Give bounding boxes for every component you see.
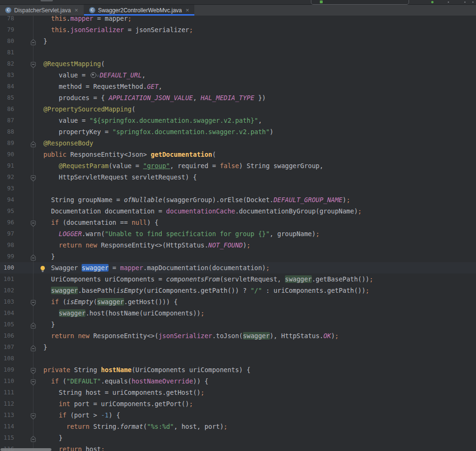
code-line-101[interactable]: 101 UriComponents uriComponents = compon… xyxy=(0,273,476,285)
code-text[interactable]: } xyxy=(0,251,476,262)
code-line-92[interactable]: 92 HttpServletRequest servletRequest) { xyxy=(0,171,476,183)
code-line-86[interactable]: 86@PropertySourcedMapping( xyxy=(0,103,476,115)
status-green-dot[interactable] xyxy=(431,1,434,3)
code-line-113[interactable]: 113 if (port > -1) { xyxy=(0,409,476,421)
code-line-81[interactable]: 81 xyxy=(0,47,476,58)
line-number[interactable]: 91 xyxy=(0,160,14,171)
line-number[interactable]: 111 xyxy=(0,387,14,398)
code-line-94[interactable]: 94 String groupName = ofNullable(swagger… xyxy=(0,194,476,205)
code-line-107[interactable]: 107} xyxy=(0,341,476,353)
line-number[interactable]: 83 xyxy=(0,69,14,81)
code-text[interactable]: } xyxy=(0,432,476,443)
code-text[interactable]: int port = uriComponents.getPort(); xyxy=(0,398,476,409)
close-icon[interactable]: × xyxy=(186,7,190,13)
tab-dispatcherservlet[interactable]: C DispatcherServlet.java × xyxy=(0,5,84,16)
code-line-91[interactable]: 91 @RequestParam(value = "group", requir… xyxy=(0,160,476,171)
code-text[interactable]: } xyxy=(0,341,476,353)
line-number[interactable]: 106 xyxy=(0,330,14,341)
code-text[interactable]: if (isEmpty(swagger.getHost())) { xyxy=(0,296,476,307)
code-line-98[interactable]: 98 return new ResponseEntity<>(HttpStatu… xyxy=(0,239,476,251)
line-number[interactable]: 102 xyxy=(0,285,14,296)
line-number[interactable]: 109 xyxy=(0,364,14,375)
code-text[interactable]: LOGGER.warn("Unable to find specificatio… xyxy=(0,228,476,239)
line-number[interactable]: 86 xyxy=(0,103,14,115)
line-number[interactable]: 88 xyxy=(0,126,14,137)
tab-swagger2controllerwebmvc[interactable]: C Swagger2ControllerWebMvc.java × xyxy=(84,5,194,16)
gray-dot-2[interactable] xyxy=(464,1,466,3)
fold-end-icon[interactable] xyxy=(30,434,37,442)
code-line-89[interactable]: 89@ResponseBody xyxy=(0,137,476,149)
line-number[interactable]: 80 xyxy=(0,35,14,47)
line-number[interactable]: 101 xyxy=(0,273,14,285)
line-number[interactable]: 84 xyxy=(0,81,14,92)
constant-origin-icon[interactable] xyxy=(91,72,96,78)
code-line-99[interactable]: 99 } xyxy=(0,251,476,262)
line-number[interactable]: 113 xyxy=(0,409,14,421)
code-text[interactable]: if (port > -1) { xyxy=(0,409,476,421)
code-text[interactable]: return host; xyxy=(0,443,476,451)
code-line-116[interactable]: 116 return host; xyxy=(0,443,476,451)
code-line-95[interactable]: 95 Documentation documentation = documen… xyxy=(0,205,476,217)
code-text[interactable]: return String.format("%s:%d", host, port… xyxy=(0,421,476,432)
run-config-icon[interactable] xyxy=(320,0,323,3)
code-text[interactable]: } xyxy=(0,319,476,330)
code-line-85[interactable]: 85 produces = { APPLICATION_JSON_VALUE, … xyxy=(0,92,476,103)
code-line-103[interactable]: 103 if (isEmpty(swagger.getHost())) { xyxy=(0,296,476,307)
code-text[interactable]: HttpServletRequest servletRequest) { xyxy=(0,171,476,183)
code-text[interactable]: value = "${springfox.documentation.swagg… xyxy=(0,115,476,126)
code-text[interactable]: Swagger swagger = mapper.mapDocumentatio… xyxy=(0,262,476,273)
code-line-93[interactable]: 93 xyxy=(0,183,476,194)
fold-start-icon[interactable] xyxy=(30,366,37,374)
code-line-87[interactable]: 87 value = "${springfox.documentation.sw… xyxy=(0,115,476,126)
code-line-88[interactable]: 88 propertyKey = "springfox.documentatio… xyxy=(0,126,476,137)
code-text[interactable]: value = ˅DEFAULT_URL, xyxy=(0,69,476,82)
editor[interactable]: 78 this.mapper = mapper;79 this.jsonSeri… xyxy=(0,16,476,451)
code-line-97[interactable]: 97 LOGGER.warn("Unable to find specifica… xyxy=(0,228,476,239)
code-text[interactable]: return new ResponseEntity<>(jsonSerializ… xyxy=(0,330,476,341)
close-icon[interactable]: × xyxy=(75,7,78,13)
line-number[interactable]: 78 xyxy=(0,16,14,24)
code-text[interactable]: } xyxy=(0,35,476,47)
code-line-79[interactable]: 79 this.jsonSerializer = jsonSerializer; xyxy=(0,24,476,35)
fold-end-icon[interactable] xyxy=(30,344,37,351)
line-number[interactable]: 81 xyxy=(0,47,14,58)
code-line-112[interactable]: 112 int port = uriComponents.getPort(); xyxy=(0,398,476,409)
line-number[interactable]: 114 xyxy=(0,421,14,432)
code-text[interactable]: swagger.basePath(isEmpty(uriComponents.g… xyxy=(0,285,476,296)
line-number[interactable]: 93 xyxy=(0,183,14,194)
code-text[interactable]: @ResponseBody xyxy=(0,137,476,149)
code-text[interactable]: produces = { APPLICATION_JSON_VALUE, HAL… xyxy=(0,92,476,103)
code-text[interactable]: propertyKey = "springfox.documentation.s… xyxy=(0,126,476,137)
code-line-115[interactable]: 115 } xyxy=(0,432,476,443)
code-line-111[interactable]: 111 String host = uriComponents.getHost(… xyxy=(0,387,476,398)
code-text[interactable]: @RequestMapping( xyxy=(0,58,476,69)
code-line-106[interactable]: 106 return new ResponseEntity<>(jsonSeri… xyxy=(0,330,476,341)
code-text[interactable]: if ("DEFAULT".equals(hostNameOverride)) … xyxy=(0,375,476,387)
intention-bulb-icon[interactable] xyxy=(39,264,46,272)
code-text[interactable]: @RequestParam(value = "group", required … xyxy=(0,160,476,171)
line-number[interactable]: 90 xyxy=(0,149,14,160)
line-number[interactable]: 100 xyxy=(0,262,14,273)
code-line-109[interactable]: 109private String hostName(UriComponents… xyxy=(0,364,476,375)
line-number[interactable]: 85 xyxy=(0,92,14,103)
code-text[interactable]: public ResponseEntity<Json> getDocumenta… xyxy=(0,149,476,160)
code-line-96[interactable]: 96 if (documentation == null) { xyxy=(0,217,476,228)
fold-end-icon[interactable] xyxy=(30,140,37,147)
fold-end-icon[interactable] xyxy=(30,321,37,328)
line-number[interactable]: 108 xyxy=(0,353,14,364)
code-line-100[interactable]: 100 Swagger swagger = mapper.mapDocument… xyxy=(0,262,476,273)
code-text[interactable]: String groupName = ofNullable(swaggerGro… xyxy=(0,194,476,205)
code-line-104[interactable]: 104 swagger.host(hostName(uriComponents)… xyxy=(0,307,476,319)
line-number[interactable]: 110 xyxy=(0,375,14,387)
code-line-83[interactable]: 83 value = ˅DEFAULT_URL, xyxy=(0,69,476,81)
fold-start-icon[interactable] xyxy=(30,174,37,181)
code-text[interactable]: swagger.host(hostName(uriComponents)); xyxy=(0,307,476,319)
line-number[interactable]: 87 xyxy=(0,115,14,126)
code-line-90[interactable]: 90public ResponseEntity<Json> getDocumen… xyxy=(0,149,476,160)
code-text[interactable]: @PropertySourcedMapping( xyxy=(0,103,476,115)
line-number[interactable]: 89 xyxy=(0,137,14,149)
code-text[interactable]: String host = uriComponents.getHost(); xyxy=(0,387,476,398)
chevron-down-icon[interactable]: ˅ xyxy=(97,73,100,78)
line-number[interactable]: 82 xyxy=(0,58,14,69)
line-number[interactable]: 94 xyxy=(0,194,14,205)
